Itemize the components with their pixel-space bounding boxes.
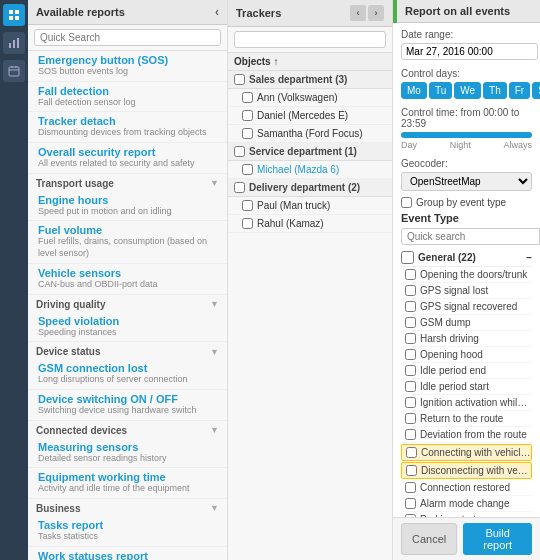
- svg-rect-4: [9, 43, 11, 48]
- reports-search-input[interactable]: [34, 29, 221, 46]
- event-return-route-checkbox[interactable]: [405, 413, 416, 424]
- list-item[interactable]: Idle period start: [401, 379, 532, 395]
- list-item[interactable]: Measuring sensors Detailed sensor readin…: [28, 438, 227, 469]
- tracker-group-sales-checkbox[interactable]: [234, 74, 245, 85]
- trackers-search-input[interactable]: [234, 31, 386, 48]
- list-item[interactable]: Alarm mode change: [401, 496, 532, 512]
- event-group-general-checkbox[interactable]: [401, 251, 414, 264]
- sidebar-icon-grid[interactable]: [3, 4, 25, 26]
- reports-panel-title: Available reports: [36, 6, 125, 18]
- list-item[interactable]: Device switching ON / OFF Switching devi…: [28, 390, 227, 421]
- tracker-ann-checkbox[interactable]: [242, 92, 253, 103]
- tracker-group-service[interactable]: Service department (1): [228, 143, 392, 161]
- event-name: GSM dump: [420, 317, 532, 328]
- category-label-text: Device status: [36, 346, 100, 357]
- day-fr[interactable]: Fr: [509, 82, 530, 99]
- list-item[interactable]: Work statuses report Status changes hist…: [28, 547, 227, 560]
- event-alarm-mode-change-checkbox[interactable]: [405, 498, 416, 509]
- list-item-highlighted[interactable]: Connecting with vehicle through OBDII in…: [401, 444, 532, 461]
- list-item[interactable]: Harsh driving: [401, 331, 532, 347]
- sidebar-icon-schedule[interactable]: [3, 60, 25, 82]
- category-device: Device status ▼: [28, 342, 227, 359]
- tracker-ann-name: Ann (Volkswagen): [257, 92, 386, 103]
- list-item[interactable]: Ann (Volkswagen): [228, 89, 392, 107]
- list-item[interactable]: GSM dump: [401, 315, 532, 331]
- list-item[interactable]: Emergency button (SOS) SOS button events…: [28, 51, 227, 82]
- list-item[interactable]: Return to the route: [401, 411, 532, 427]
- day-we[interactable]: We: [454, 82, 481, 99]
- day-mo[interactable]: Mo: [401, 82, 427, 99]
- list-item[interactable]: GSM connection lost Long disruptions of …: [28, 359, 227, 390]
- day-th[interactable]: Th: [483, 82, 507, 99]
- tracker-group-service-checkbox[interactable]: [234, 146, 245, 157]
- event-harsh-driving-checkbox[interactable]: [405, 333, 416, 344]
- list-item[interactable]: Opening hood: [401, 347, 532, 363]
- event-connecting-obdii-checkbox[interactable]: [406, 447, 417, 458]
- event-doors-checkbox[interactable]: [405, 269, 416, 280]
- build-report-button[interactable]: Build report: [463, 523, 532, 555]
- day-tu[interactable]: Tu: [429, 82, 452, 99]
- time-slider[interactable]: [401, 132, 532, 138]
- geocoder-select[interactable]: OpenStreetMap Google Maps Yandex Maps: [401, 172, 532, 191]
- event-idle-start-checkbox[interactable]: [405, 381, 416, 392]
- tracker-daniel-checkbox[interactable]: [242, 110, 253, 121]
- event-ignition-alarm-checkbox[interactable]: [405, 397, 416, 408]
- tracker-group-delivery[interactable]: Delivery department (2): [228, 179, 392, 197]
- sidebar-icon-chart[interactable]: [3, 32, 25, 54]
- tracker-rahul-checkbox[interactable]: [242, 218, 253, 229]
- list-item[interactable]: GPS signal lost: [401, 283, 532, 299]
- group-by-event-checkbox[interactable]: [401, 197, 412, 208]
- list-item[interactable]: Paul (Man truck): [228, 197, 392, 215]
- event-gsm-dump-checkbox[interactable]: [405, 317, 416, 328]
- event-gps-lost-checkbox[interactable]: [405, 285, 416, 296]
- tracker-samantha-checkbox[interactable]: [242, 128, 253, 139]
- time-labels: Day Night Always: [401, 140, 532, 150]
- event-search-input[interactable]: [401, 228, 540, 245]
- day-sa[interactable]: Sa: [532, 82, 540, 99]
- group-by-event-label: Group by event type: [416, 197, 506, 208]
- event-name: Idle period end: [420, 365, 532, 376]
- list-item[interactable]: Samantha (Ford Focus): [228, 125, 392, 143]
- nav-left-arrow[interactable]: ‹: [350, 5, 366, 21]
- event-deviation-checkbox[interactable]: [405, 429, 416, 440]
- list-item[interactable]: Idle period end: [401, 363, 532, 379]
- report-name: Speed violation: [38, 315, 219, 327]
- event-opening-hood-checkbox[interactable]: [405, 349, 416, 360]
- reports-panel-collapse[interactable]: ‹: [215, 5, 219, 19]
- cancel-button[interactable]: Cancel: [401, 523, 457, 555]
- tracker-paul-checkbox[interactable]: [242, 200, 253, 211]
- trackers-list: Sales department (3) Ann (Volkswagen) Da…: [228, 71, 392, 560]
- event-disconnecting-obdii-checkbox[interactable]: [406, 465, 417, 476]
- list-item[interactable]: Overall security report All events relat…: [28, 143, 227, 174]
- list-item[interactable]: Vehicle sensors CAN-bus and OBDII-port d…: [28, 264, 227, 295]
- list-item[interactable]: Michael (Mazda 6): [228, 161, 392, 179]
- event-name: Opening the doors/trunk: [420, 269, 532, 280]
- list-item[interactable]: Opening the doors/trunk: [401, 267, 532, 283]
- list-item[interactable]: Ignition activation while alarm mode is …: [401, 395, 532, 411]
- list-item[interactable]: Fuel volume Fuel refills, drains, consum…: [28, 221, 227, 263]
- list-item-highlighted[interactable]: Disconnecting with vehicle through OBDII…: [401, 462, 532, 479]
- list-item[interactable]: Fall detection Fall detection sensor log: [28, 82, 227, 113]
- list-item[interactable]: Equipment working time Activity and idle…: [28, 468, 227, 499]
- list-item[interactable]: Connection restored: [401, 480, 532, 496]
- list-item[interactable]: GPS signal recovered: [401, 299, 532, 315]
- event-gps-recovered-checkbox[interactable]: [405, 301, 416, 312]
- event-idle-end-checkbox[interactable]: [405, 365, 416, 376]
- list-item[interactable]: Rahul (Kamaz): [228, 215, 392, 233]
- list-item[interactable]: Deviation from the route: [401, 427, 532, 443]
- event-connection-restored-checkbox[interactable]: [405, 482, 416, 493]
- tracker-group-delivery-checkbox[interactable]: [234, 182, 245, 193]
- tracker-group-sales[interactable]: Sales department (3): [228, 71, 392, 89]
- date-from-input[interactable]: [401, 43, 538, 60]
- tracker-michael-checkbox[interactable]: [242, 164, 253, 175]
- trackers-sort-label[interactable]: Objects ↑: [228, 53, 392, 71]
- report-desc: Speeding instances: [38, 327, 219, 339]
- list-item[interactable]: Daniel (Mercedes E): [228, 107, 392, 125]
- nav-right-arrow[interactable]: ›: [368, 5, 384, 21]
- list-item[interactable]: Engine hours Speed put in motion and on …: [28, 191, 227, 222]
- list-item[interactable]: Speed violation Speeding instances: [28, 312, 227, 343]
- list-item[interactable]: Tasks report Tasks statistics: [28, 516, 227, 547]
- list-item[interactable]: Tracker detach Dismounting devices from …: [28, 112, 227, 143]
- event-group-collapse-icon[interactable]: −: [526, 252, 532, 263]
- event-group-general-header: General (22) −: [401, 249, 532, 267]
